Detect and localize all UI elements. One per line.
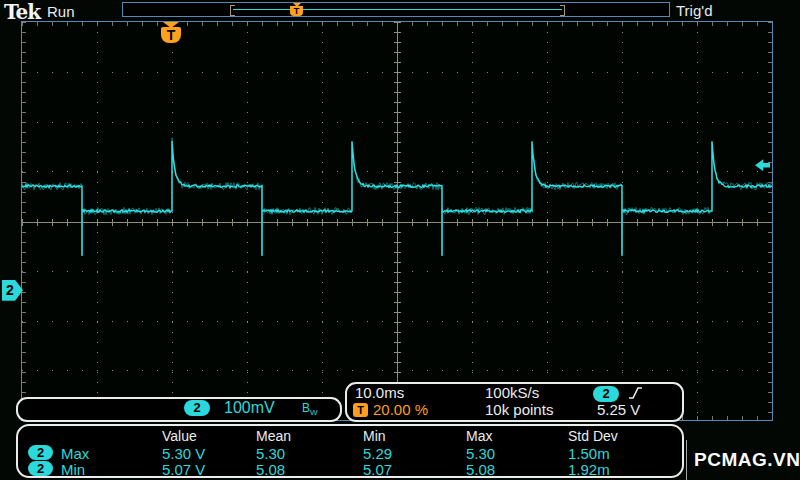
measurement-mean: 5.30 xyxy=(256,445,285,462)
measurement-max: 5.30 xyxy=(466,445,495,462)
column-header-max: Max xyxy=(466,428,492,444)
watermark: PCMAG.VN xyxy=(694,449,800,471)
channel-readout-box: 2 100mV BW xyxy=(16,397,342,422)
acquisition-window-left-bracket xyxy=(230,5,235,16)
trigger-marker-t-icon: T xyxy=(161,27,181,43)
waveform-trace xyxy=(22,141,772,256)
watermark-divider xyxy=(686,440,687,480)
timebase-readout: 10.0ms xyxy=(355,385,404,401)
trigger-level-readout: 5.25 V xyxy=(597,402,640,418)
measurement-value: 5.07 V xyxy=(162,461,205,478)
waveform-plot xyxy=(22,22,772,420)
measurement-name: Min xyxy=(61,461,85,478)
channel-2-position-marker[interactable]: 2 xyxy=(2,280,23,301)
graticule xyxy=(21,21,773,421)
measurement-value: 5.30 V xyxy=(162,445,205,462)
trigger-source-badge: 2 xyxy=(593,386,619,402)
column-header-mean: Mean xyxy=(256,428,291,444)
bandwidth-limit-icon: BW xyxy=(302,401,318,417)
vertical-scale-readout: 100mV xyxy=(224,399,275,417)
trigger-marker-t-icon: T xyxy=(290,6,303,16)
trigger-status: Trig'd xyxy=(676,2,712,19)
trigger-position-readout: 20.00 % xyxy=(373,402,428,418)
measurement-stddev: 1.92m xyxy=(568,461,610,478)
record-length-readout: 10k points xyxy=(485,402,553,418)
channel-2-badge: 2 xyxy=(28,445,53,460)
channel-2-badge: 2 xyxy=(28,461,53,476)
measurements-box: Value Mean Min Max Std Dev 2 Max 5.30 V … xyxy=(16,424,684,478)
acquisition-window-line xyxy=(233,9,562,10)
acquisition-window-right-bracket xyxy=(560,5,565,16)
measurement-name: Max xyxy=(61,445,89,462)
acquisition-preview-bar: T xyxy=(122,2,670,17)
measurement-mean: 5.08 xyxy=(256,461,285,478)
measurement-max: 5.08 xyxy=(466,461,495,478)
measurement-min: 5.29 xyxy=(363,445,392,462)
oscilloscope-screen: Tek Run Trig'd T T 2 xyxy=(0,0,800,480)
waveform-noise-band xyxy=(22,138,772,256)
column-header-value: Value xyxy=(162,428,197,444)
column-header-stddev: Std Dev xyxy=(568,428,618,444)
channel-2-badge: 2 xyxy=(184,400,210,416)
trigger-slope-rising-icon xyxy=(627,385,645,401)
column-header-min: Min xyxy=(363,428,386,444)
horizontal-trigger-readout-box: 10.0ms 100kS/s 2 T 20.00 % 10k points 5.… xyxy=(345,382,684,422)
trigger-type-t-icon: T xyxy=(353,403,368,417)
trigger-position-marker[interactable]: T xyxy=(160,22,182,45)
sample-rate-readout: 100kS/s xyxy=(485,385,539,401)
acquisition-status: Run xyxy=(47,3,75,20)
measurement-stddev: 1.50m xyxy=(568,445,610,462)
trigger-position-marker-mini[interactable]: T xyxy=(290,3,304,16)
measurement-min: 5.07 xyxy=(363,461,392,478)
